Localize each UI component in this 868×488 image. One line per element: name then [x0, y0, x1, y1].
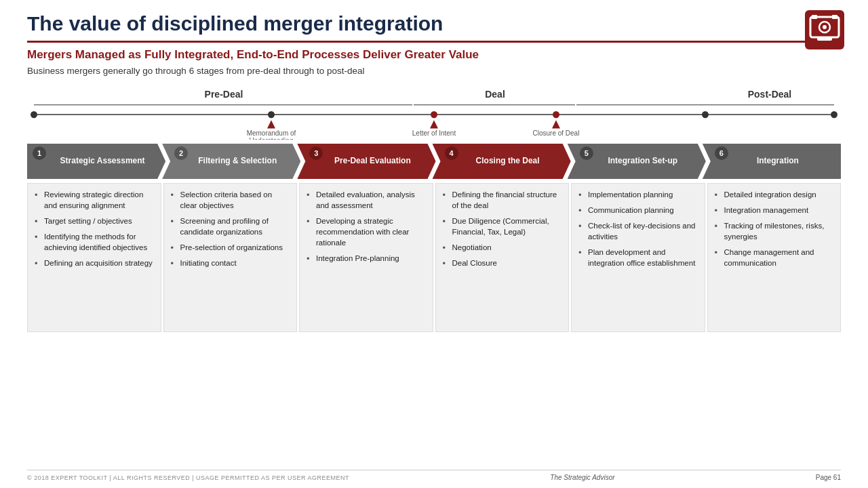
list-item: Selection criteria based on clear object… — [171, 189, 290, 211]
step-6: 6 Integration — [703, 144, 841, 179]
list-item: Pre-selection of organizations — [171, 242, 290, 253]
content-list-2: Selection criteria based on clear object… — [171, 189, 290, 269]
list-item: Integration Pre-planning — [307, 253, 426, 264]
svg-rect-4 — [817, 37, 832, 41]
svg-point-3 — [823, 25, 827, 29]
footer-brand: The Strategic Advisor — [550, 474, 614, 481]
list-item: Target setting / objectives — [35, 216, 154, 226]
main-title: The value of disciplined merger integrat… — [27, 12, 841, 35]
list-item: Developing a strategic recommendation wi… — [307, 216, 426, 248]
list-item: Screening and profiling of candidate org… — [171, 216, 290, 237]
steps-row: 1 Strategic Assessment 2 Filtering & Sel… — [27, 144, 841, 179]
list-item: Defining the financial structure of the … — [443, 189, 562, 211]
svg-text:Post-Deal: Post-Deal — [748, 89, 792, 100]
list-item: Negotiation — [443, 242, 562, 253]
svg-point-11 — [553, 111, 559, 118]
content-box-3: Detailed evaluation, analysis and assess… — [299, 183, 433, 332]
step-label-4: Closing the Deal — [433, 156, 571, 167]
svg-marker-25 — [552, 120, 560, 128]
content-box-5: Implementation planning Communication pl… — [571, 183, 705, 332]
content-row: Reviewing strategic direction and ensuri… — [27, 183, 841, 332]
subtitle: Mergers Managed as Fully Integrated, End… — [27, 48, 841, 62]
step-label-3: Pre-Deal Evaluation — [297, 156, 435, 167]
svg-point-12 — [702, 111, 709, 118]
step-label-1: Strategic Assessment — [27, 156, 165, 167]
list-item: Initiating contact — [171, 258, 290, 268]
page: The value of disciplined merger integrat… — [0, 0, 868, 488]
step-label-6: Integration — [703, 156, 841, 167]
list-item: Detailed integration design — [715, 189, 834, 200]
svg-marker-23 — [430, 120, 438, 128]
svg-rect-6 — [832, 15, 837, 19]
svg-point-9 — [268, 111, 275, 118]
footer-page: Page 61 — [816, 474, 841, 481]
step-label-2: Filtering & Selection — [162, 156, 300, 167]
step-5: 5 Integration Set-up — [568, 144, 706, 179]
content-box-2: Selection criteria based on clear object… — [163, 183, 298, 332]
timeline: Pre-Deal Deal Post-Deal Memorandum of Un… — [27, 85, 841, 140]
svg-text:Closure of Deal: Closure of Deal — [533, 129, 580, 137]
footer: © 2018 EXPERT TOOLKIT | ALL RIGHTS RESER… — [27, 470, 841, 481]
svg-text:Memorandum of: Memorandum of — [247, 129, 296, 137]
list-item: Defining an acquisition strategy — [35, 258, 154, 268]
list-item: Tracking of milestones, risks, synergies — [715, 220, 834, 242]
svg-text:Deal: Deal — [485, 89, 505, 100]
content-box-4: Defining the financial structure of the … — [435, 183, 570, 332]
step-4: 4 Closing the Deal — [433, 144, 571, 179]
step-2: 2 Filtering & Selection — [162, 144, 300, 179]
list-item: Plan development and integration office … — [578, 247, 698, 268]
svg-point-8 — [31, 111, 37, 118]
red-divider — [27, 41, 841, 43]
list-item: Deal Closure — [443, 258, 562, 268]
step-label-5: Integration Set-up — [568, 156, 706, 167]
content-list-3: Detailed evaluation, analysis and assess… — [307, 189, 426, 264]
content-list-4: Defining the financial structure of the … — [443, 189, 562, 269]
content-box-6: Detailed integration design Integration … — [707, 183, 842, 332]
list-item: Identifying the methods for achieving id… — [35, 231, 154, 253]
content-box-1: Reviewing strategic direction and ensuri… — [27, 183, 161, 332]
list-item: Integration management — [715, 205, 834, 216]
svg-marker-20 — [267, 120, 275, 128]
list-item: Change management and communication — [715, 247, 834, 268]
logo — [805, 10, 844, 49]
svg-point-13 — [831, 111, 837, 118]
svg-text:Pre-Deal: Pre-Deal — [205, 89, 243, 100]
content-list-1: Reviewing strategic direction and ensuri… — [35, 189, 154, 269]
list-item: Due Diligence (Commercial, Financial, Ta… — [443, 216, 562, 237]
footer-copyright: © 2018 EXPERT TOOLKIT | ALL RIGHTS RESER… — [27, 474, 349, 481]
list-item: Check-list of key-decisions and activiti… — [578, 220, 698, 242]
description: Business mergers generally go through 6 … — [27, 66, 841, 76]
svg-text:Letter of Intent: Letter of Intent — [412, 129, 456, 137]
step-3: 3 Pre-Deal Evaluation — [297, 144, 435, 179]
svg-point-10 — [431, 111, 437, 118]
list-item: Communication planning — [578, 205, 698, 216]
list-item: Detailed evaluation, analysis and assess… — [307, 189, 426, 211]
svg-rect-5 — [812, 15, 817, 19]
content-list-6: Detailed integration design Integration … — [715, 189, 834, 269]
step-1: 1 Strategic Assessment — [27, 144, 165, 179]
list-item: Implementation planning — [578, 189, 698, 200]
list-item: Reviewing strategic direction and ensuri… — [35, 189, 154, 211]
svg-text:Understanding: Understanding — [250, 137, 294, 140]
content-list-5: Implementation planning Communication pl… — [578, 189, 698, 269]
